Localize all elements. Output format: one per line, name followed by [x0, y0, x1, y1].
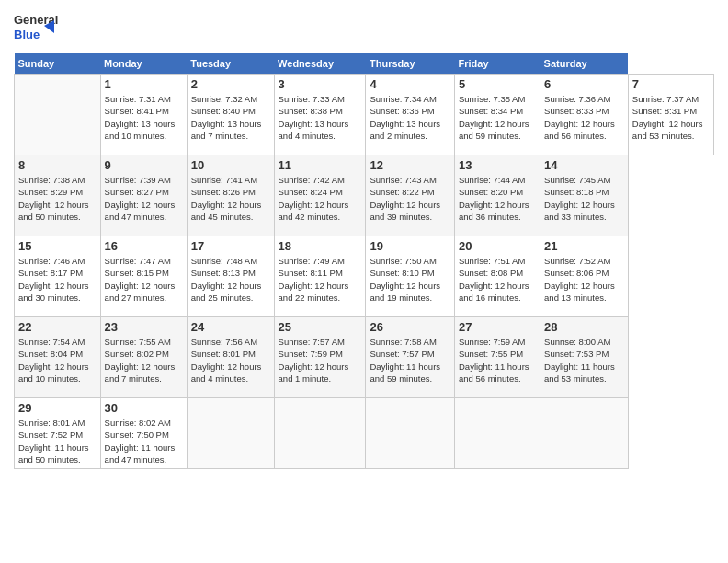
- calendar-week-4: 22Sunrise: 7:54 AMSunset: 8:04 PMDayligh…: [15, 317, 714, 398]
- sunrise-text: Sunrise: 7:45 AM: [544, 175, 610, 185]
- day-info: Sunrise: 7:46 AMSunset: 8:17 PMDaylight:…: [18, 255, 97, 304]
- day-number: 28: [544, 320, 624, 334]
- day-header-sunday: Sunday: [15, 53, 101, 75]
- day-number: 16: [105, 239, 183, 253]
- sunrise-text: Sunrise: 7:57 AM: [279, 337, 345, 347]
- day-number: 25: [279, 320, 362, 334]
- sunrise-text: Sunrise: 7:59 AM: [459, 337, 525, 347]
- sunset-text: Sunset: 7:50 PM: [105, 430, 169, 440]
- sunrise-text: Sunrise: 7:46 AM: [18, 256, 85, 266]
- sunrise-text: Sunrise: 7:51 AM: [459, 256, 525, 266]
- daylight-text: Daylight: 11 hours and 50 minutes.: [18, 442, 89, 465]
- day-info: Sunrise: 7:32 AMSunset: 8:40 PMDaylight:…: [191, 93, 270, 142]
- sunset-text: Sunset: 8:10 PM: [370, 268, 434, 278]
- sunset-text: Sunset: 8:36 PM: [370, 106, 434, 116]
- sunset-text: Sunset: 8:01 PM: [191, 349, 256, 359]
- sunrise-text: Sunrise: 7:48 AM: [191, 256, 257, 266]
- calendar-cell: 8Sunrise: 7:38 AMSunset: 8:29 PMDaylight…: [15, 155, 101, 236]
- day-number: 5: [459, 77, 536, 91]
- calendar-cell: 5Sunrise: 7:35 AMSunset: 8:34 PMDaylight…: [455, 75, 540, 155]
- sunrise-text: Sunrise: 8:00 AM: [544, 337, 610, 347]
- daylight-text: Daylight: 12 hours and 33 minutes.: [544, 200, 615, 222]
- day-info: Sunrise: 7:33 AMSunset: 8:38 PMDaylight:…: [279, 93, 362, 142]
- page-container: General Blue SundayMondayTuesdayWednesda…: [0, 0, 728, 478]
- calendar-cell: [15, 75, 101, 155]
- daylight-text: Daylight: 13 hours and 4 minutes.: [279, 119, 349, 141]
- day-info: Sunrise: 7:51 AMSunset: 8:08 PMDaylight:…: [459, 255, 536, 304]
- day-info: Sunrise: 7:54 AMSunset: 8:04 PMDaylight:…: [18, 336, 97, 385]
- calendar-cell: 19Sunrise: 7:50 AMSunset: 8:10 PMDayligh…: [366, 236, 455, 317]
- day-number: 7: [632, 77, 710, 91]
- calendar-cell: 16Sunrise: 7:47 AMSunset: 8:15 PMDayligh…: [100, 236, 187, 317]
- day-number: 19: [370, 239, 450, 253]
- day-number: 23: [105, 320, 183, 334]
- day-number: 29: [18, 401, 97, 415]
- sunset-text: Sunset: 8:18 PM: [544, 187, 609, 197]
- day-number: 14: [544, 158, 624, 172]
- calendar-week-1: 1Sunrise: 7:31 AMSunset: 8:41 PMDaylight…: [15, 75, 714, 155]
- daylight-text: Daylight: 12 hours and 36 minutes.: [459, 200, 529, 222]
- daylight-text: Daylight: 12 hours and 45 minutes.: [191, 200, 262, 222]
- day-number: 1: [105, 77, 183, 91]
- day-info: Sunrise: 7:36 AMSunset: 8:33 PMDaylight:…: [544, 93, 624, 142]
- daylight-text: Daylight: 11 hours and 56 minutes.: [459, 362, 529, 384]
- header-row: SundayMondayTuesdayWednesdayThursdayFrid…: [15, 53, 714, 75]
- daylight-text: Daylight: 11 hours and 53 minutes.: [544, 362, 615, 384]
- sunrise-text: Sunrise: 7:38 AM: [18, 175, 85, 185]
- daylight-text: Daylight: 12 hours and 30 minutes.: [18, 281, 89, 303]
- sunrise-text: Sunrise: 7:36 AM: [544, 94, 610, 104]
- day-header-tuesday: Tuesday: [187, 53, 274, 75]
- sunset-text: Sunset: 8:41 PM: [105, 106, 169, 116]
- calendar-cell: 9Sunrise: 7:39 AMSunset: 8:27 PMDaylight…: [100, 155, 187, 236]
- calendar-cell: 7Sunrise: 7:37 AMSunset: 8:31 PMDaylight…: [628, 75, 713, 155]
- daylight-text: Daylight: 12 hours and 4 minutes.: [191, 362, 262, 384]
- sunset-text: Sunset: 8:31 PM: [632, 106, 697, 116]
- calendar-cell: 20Sunrise: 7:51 AMSunset: 8:08 PMDayligh…: [455, 236, 540, 317]
- sunset-text: Sunset: 8:20 PM: [459, 187, 523, 197]
- calendar-week-2: 8Sunrise: 7:38 AMSunset: 8:29 PMDaylight…: [15, 155, 714, 236]
- day-info: Sunrise: 7:43 AMSunset: 8:22 PMDaylight:…: [370, 174, 450, 223]
- daylight-text: Daylight: 11 hours and 47 minutes.: [105, 442, 176, 465]
- daylight-text: Daylight: 12 hours and 1 minute.: [279, 362, 349, 384]
- day-info: Sunrise: 7:59 AMSunset: 7:55 PMDaylight:…: [459, 336, 536, 385]
- day-number: 22: [18, 320, 97, 334]
- day-number: 4: [370, 77, 450, 91]
- sunset-text: Sunset: 8:11 PM: [279, 268, 343, 278]
- sunset-text: Sunset: 8:22 PM: [370, 187, 434, 197]
- daylight-text: Daylight: 13 hours and 7 minutes.: [191, 119, 262, 141]
- sunrise-text: Sunrise: 7:50 AM: [370, 256, 436, 266]
- calendar-cell: 25Sunrise: 7:57 AMSunset: 7:59 PMDayligh…: [274, 317, 366, 398]
- calendar-week-5: 29Sunrise: 8:01 AMSunset: 7:52 PMDayligh…: [15, 398, 714, 469]
- sunrise-text: Sunrise: 7:34 AM: [370, 94, 436, 104]
- calendar-cell: 6Sunrise: 7:36 AMSunset: 8:33 PMDaylight…: [540, 75, 629, 155]
- logo-svg: General Blue: [14, 9, 60, 46]
- daylight-text: Daylight: 11 hours and 59 minutes.: [370, 362, 440, 384]
- day-header-saturday: Saturday: [540, 53, 629, 75]
- day-info: Sunrise: 8:00 AMSunset: 7:53 PMDaylight:…: [544, 336, 624, 385]
- calendar-cell: 10Sunrise: 7:41 AMSunset: 8:26 PMDayligh…: [187, 155, 274, 236]
- day-header-monday: Monday: [100, 53, 187, 75]
- day-info: Sunrise: 7:55 AMSunset: 8:02 PMDaylight:…: [105, 336, 183, 385]
- daylight-text: Daylight: 12 hours and 50 minutes.: [18, 200, 89, 222]
- day-number: 13: [459, 158, 536, 172]
- sunset-text: Sunset: 8:24 PM: [279, 187, 343, 197]
- day-info: Sunrise: 8:01 AMSunset: 7:52 PMDaylight:…: [18, 417, 97, 465]
- calendar-cell: 18Sunrise: 7:49 AMSunset: 8:11 PMDayligh…: [274, 236, 366, 317]
- day-info: Sunrise: 7:52 AMSunset: 8:06 PMDaylight:…: [544, 255, 624, 304]
- sunset-text: Sunset: 8:06 PM: [544, 268, 609, 278]
- calendar-cell: 24Sunrise: 7:56 AMSunset: 8:01 PMDayligh…: [187, 317, 274, 398]
- calendar-week-3: 15Sunrise: 7:46 AMSunset: 8:17 PMDayligh…: [15, 236, 714, 317]
- day-info: Sunrise: 7:56 AMSunset: 8:01 PMDaylight:…: [191, 336, 270, 385]
- sunrise-text: Sunrise: 8:01 AM: [18, 418, 85, 428]
- sunrise-text: Sunrise: 7:56 AM: [191, 337, 257, 347]
- calendar-cell: 23Sunrise: 7:55 AMSunset: 8:02 PMDayligh…: [100, 317, 187, 398]
- daylight-text: Daylight: 12 hours and 22 minutes.: [279, 281, 349, 303]
- sunrise-text: Sunrise: 7:44 AM: [459, 175, 525, 185]
- daylight-text: Daylight: 12 hours and 27 minutes.: [105, 281, 176, 303]
- sunset-text: Sunset: 7:52 PM: [18, 430, 83, 440]
- day-info: Sunrise: 7:49 AMSunset: 8:11 PMDaylight:…: [279, 255, 362, 304]
- sunset-text: Sunset: 7:53 PM: [544, 349, 609, 359]
- day-number: 10: [191, 158, 270, 172]
- sunrise-text: Sunrise: 7:55 AM: [105, 337, 171, 347]
- day-info: Sunrise: 7:42 AMSunset: 8:24 PMDaylight:…: [279, 174, 362, 223]
